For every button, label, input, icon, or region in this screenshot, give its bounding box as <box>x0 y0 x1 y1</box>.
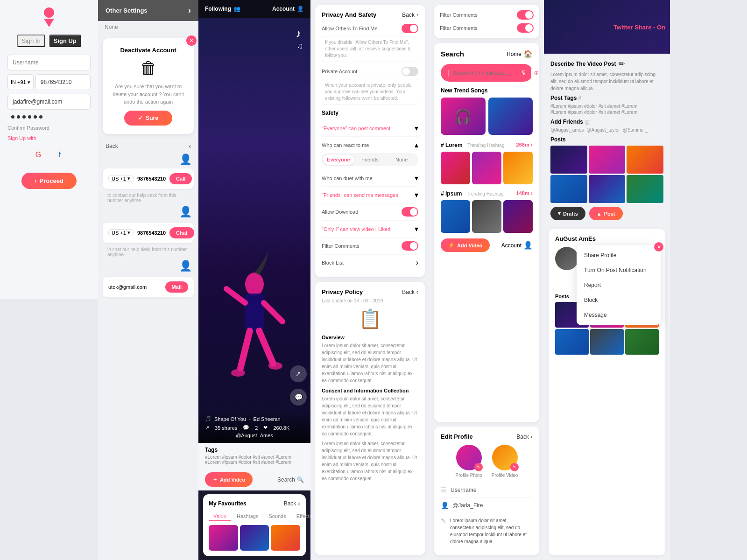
country-select-1[interactable]: US +1▾ <box>108 175 134 182</box>
lorem-count-btn[interactable]: 268m › <box>516 140 533 149</box>
who-duet-row[interactable]: Who can duet with me ▾ <box>322 170 418 187</box>
block-item[interactable]: Block <box>577 293 661 308</box>
search-mode-icon[interactable]: ⊞ <box>531 68 539 78</box>
phone-input[interactable] <box>35 74 91 90</box>
dropdown-close-button[interactable]: ✕ <box>654 242 663 252</box>
friends-message-row[interactable]: "Friends" can send me messages ▾ <box>322 187 418 203</box>
edit-profile-card: Edit Profile Back ‹ ✎ Profile Photo ✎ <box>434 427 539 555</box>
who-react-row[interactable]: Who can react to me ▴ <box>322 140 418 149</box>
account-search-btn[interactable]: Account 👤 <box>501 241 533 250</box>
add-video-button[interactable]: ＋ Add Video <box>205 472 253 487</box>
ipsum-images-row <box>441 200 533 233</box>
video-panel: Following 👥 Account 👤 <box>198 0 310 560</box>
allow-others-toggle[interactable] <box>402 24 418 33</box>
allow-download-toggle[interactable] <box>402 207 418 217</box>
block-list-chevron: › <box>416 259 418 267</box>
signup-tab[interactable]: Sign Up <box>49 35 81 47</box>
post-grid <box>544 146 670 203</box>
tag-3: #dolor <box>584 104 597 109</box>
post-button[interactable]: ▲ Post <box>589 207 623 220</box>
fav-images-row <box>209 525 300 551</box>
filter-toggle-2[interactable] <box>517 23 534 33</box>
username-value: Username <box>451 487 476 493</box>
account-button-video[interactable]: Account 👤 <box>272 6 304 12</box>
search-title: Search <box>441 50 464 58</box>
drafts-button[interactable]: ▾ Drafts <box>550 207 585 220</box>
fav-img-1 <box>209 525 238 551</box>
dancer-silhouette <box>198 228 310 443</box>
chat-button[interactable]: Chat <box>169 227 194 238</box>
fav-back-button[interactable]: Back ‹ <box>284 500 300 507</box>
video-action-share[interactable]: ↗ <box>290 365 307 382</box>
search-bar-cursor: | <box>447 69 449 77</box>
friend-3: @Summer_ <box>623 127 648 133</box>
deactivate-close-button[interactable]: ✕ <box>186 35 197 46</box>
profile-video-edit-badge[interactable]: ✎ <box>510 463 519 471</box>
settings-chevron[interactable]: › <box>188 6 191 15</box>
document-icon: 📋 <box>322 308 418 330</box>
account-search-label: Account <box>501 242 521 249</box>
google-signin-btn[interactable]: G <box>30 147 47 163</box>
consent-text: Lorem ipsum dolor sit amet, consectetur … <box>322 395 418 437</box>
filter-comments-toggle[interactable] <box>402 241 418 251</box>
filter-comments-label: Filter Comments <box>322 243 359 249</box>
describe-section: Describe The Video Post ✏ Lorem ipsum do… <box>544 54 670 95</box>
bio-field-row: ✎ Lorem ipsum dolor sit amet, consectetu… <box>441 513 533 549</box>
sure-button[interactable]: ✓ Sure <box>124 111 172 126</box>
profile-photo-edit-badge[interactable]: ✎ <box>474 463 483 471</box>
search-button-video[interactable]: Search 🔍 <box>277 476 304 483</box>
video-info-overlay: 🎵 Shape Of You - Ed Sheeran ↗ 35 shares … <box>198 411 310 443</box>
private-account-label: Private Account <box>322 69 357 74</box>
ipsum-count-btn[interactable]: 148m › <box>516 189 533 197</box>
audience-none-btn[interactable]: None <box>386 154 417 165</box>
mail-button[interactable]: Mail <box>165 281 188 293</box>
policy-back-button[interactable]: Back ‹ <box>402 289 418 295</box>
share-profile-item[interactable]: Share Profile <box>577 248 661 263</box>
following-button[interactable]: Following 👥 <box>205 6 240 12</box>
fav-img-3 <box>271 525 300 551</box>
post-tags-title-row: Post Tags # <box>550 95 663 101</box>
post-tags-section: Post Tags # #Lorem #ipsum #dolor #sit #a… <box>544 95 670 119</box>
only-i-row[interactable]: "Only I" can view video I Liked ▾ <box>322 221 418 238</box>
filter-toggle-1[interactable] <box>517 10 534 20</box>
username-field[interactable] <box>7 55 91 70</box>
call-button[interactable]: Call <box>169 173 192 184</box>
facebook-signin-btn[interactable]: f <box>51 147 68 163</box>
video-action-comment[interactable]: 💬 <box>290 389 307 406</box>
video-background: ♪ ♫ ↗ 💬 🎵 Shape Of You - Ed Sheeran ↗ 35… <box>198 18 310 443</box>
country-select-2[interactable]: US +1▾ <box>108 229 134 236</box>
back-chevron-settings[interactable]: ‹ <box>189 142 191 150</box>
block-list-row[interactable]: Block List › <box>322 255 418 271</box>
message-item[interactable]: Message <box>577 308 661 322</box>
everyone-post-row[interactable]: "Everyone" can post comment ▾ <box>322 120 418 137</box>
dropdown-chevron-3: ▾ <box>415 174 418 182</box>
svg-line-4 <box>240 331 250 368</box>
home-button[interactable]: Home 🏠 <box>507 49 533 58</box>
tag-6: #Lorem <box>621 104 637 109</box>
signin-tab[interactable]: Sign In <box>17 35 45 47</box>
fav-title: My Favourites <box>209 500 247 507</box>
country-select[interactable]: IN +91 ▾ <box>7 74 34 90</box>
audience-everyone-btn[interactable]: Everyone <box>323 154 354 165</box>
search-microphone-icon[interactable]: 🎙 <box>521 69 528 77</box>
add-video-search-btn[interactable]: ⚡ Add Video <box>441 238 490 252</box>
fav-tab-video[interactable]: Video <box>209 511 231 521</box>
report-item[interactable]: Report <box>577 278 661 293</box>
email-field[interactable] <box>7 94 91 110</box>
search-input[interactable] <box>453 70 517 76</box>
audience-friends-btn[interactable]: Friends <box>355 154 386 165</box>
fav-tab-sounds[interactable]: Sounds <box>264 511 290 521</box>
svg-rect-1 <box>245 294 264 331</box>
proceed-button[interactable]: › Proceed <box>21 173 77 189</box>
privacy-back-button[interactable]: Back ‹ <box>402 12 418 18</box>
notification-item[interactable]: Turn On Post Notification <box>577 263 661 278</box>
chat-desc: in chat our help desk from this number a… <box>98 246 198 258</box>
filter-row-2: Filter Comments <box>440 23 534 33</box>
private-account-toggle[interactable] <box>402 67 418 76</box>
fav-tab-hashtags[interactable]: Hashtags <box>232 511 263 521</box>
other-settings-header: Other Settings › <box>98 0 198 21</box>
edit-profile-back-button[interactable]: Back ‹ <box>516 434 533 440</box>
privacy-back-chevron: ‹ <box>416 12 418 18</box>
svg-line-3 <box>264 303 282 322</box>
fav-tab-effects[interactable]: Effects <box>292 511 310 521</box>
